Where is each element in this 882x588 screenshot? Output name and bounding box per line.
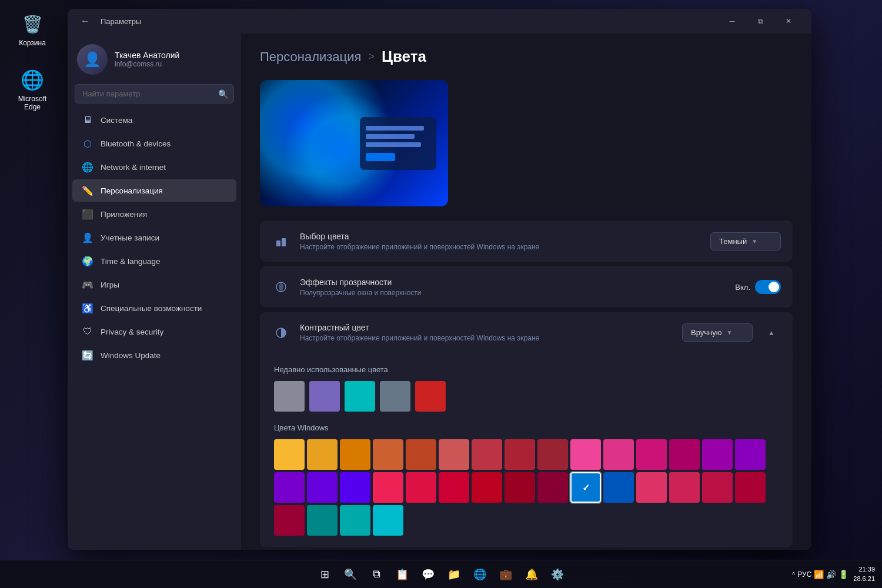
color-cell-32[interactable] xyxy=(340,505,370,536)
color-cell-24[interactable]: ✓ xyxy=(570,472,601,503)
taskbar-explorer[interactable]: 📁 xyxy=(443,563,465,586)
color-choice-desc: Настройте отображение приложений и повер… xyxy=(300,243,710,251)
recent-color-2[interactable] xyxy=(345,381,375,412)
color-cell-31[interactable] xyxy=(307,505,338,536)
taskbar-wifi-icon: 📶 xyxy=(814,570,824,579)
color-cell-25[interactable] xyxy=(603,472,634,503)
transparency-desc: Полупрозрачные окна и поверхности xyxy=(300,289,735,297)
minimize-button[interactable]: ─ xyxy=(719,12,746,31)
transparency-section: Эффекты прозрачности Полупрозрачные окна… xyxy=(260,266,793,308)
color-cell-23[interactable] xyxy=(537,472,568,503)
taskbar-store[interactable]: 💼 xyxy=(495,563,517,586)
color-cell-20[interactable] xyxy=(439,472,469,503)
hero-card-line-1 xyxy=(366,126,424,131)
color-cell-19[interactable] xyxy=(406,472,436,503)
desktop-icon-edge[interactable]: 🌐 Microsoft Edge xyxy=(9,65,56,114)
taskbar-language[interactable]: РУС xyxy=(797,570,811,579)
sidebar-item-apps[interactable]: ⬛ Приложения xyxy=(72,203,236,225)
windows-colors-grid: ✓ xyxy=(274,439,779,536)
gaming-icon: 🎮 xyxy=(82,279,93,290)
time-icon: 🌍 xyxy=(82,255,93,267)
taskbar-clock[interactable]: 21:39 28.6.21 xyxy=(853,565,875,583)
taskbar-notify[interactable]: 🔔 xyxy=(520,563,543,586)
color-cell-5[interactable] xyxy=(439,439,469,470)
color-cell-30[interactable] xyxy=(274,505,305,536)
breadcrumb-parent[interactable]: Персонализация xyxy=(260,49,361,65)
contrast-dropdown[interactable]: Вручную ▼ xyxy=(682,323,753,342)
transparency-toggle-label: Вкл. xyxy=(735,283,750,292)
taskbar-start[interactable]: ⊞ xyxy=(313,563,336,586)
color-cell-28[interactable] xyxy=(702,472,733,503)
color-cell-8[interactable] xyxy=(537,439,568,470)
color-cell-29[interactable] xyxy=(735,472,766,503)
sidebar-item-accounts[interactable]: 👤 Учетные записи xyxy=(72,226,236,249)
color-cell-21[interactable] xyxy=(472,472,502,503)
recent-color-4[interactable] xyxy=(415,381,446,412)
color-cell-9[interactable] xyxy=(570,439,601,470)
color-cell-10[interactable] xyxy=(603,439,634,470)
color-cell-7[interactable] xyxy=(505,439,535,470)
color-cell-2[interactable] xyxy=(340,439,370,470)
color-cell-4[interactable] xyxy=(406,439,436,470)
taskbar-search[interactable]: 🔍 xyxy=(339,563,362,586)
color-choice-text: Выбор цвета Настройте отображение прилож… xyxy=(300,232,710,251)
sidebar-item-bluetooth[interactable]: ⬡ Bluetooth & devices xyxy=(72,132,236,155)
color-cell-12[interactable] xyxy=(669,439,700,470)
color-cell-13[interactable] xyxy=(702,439,733,470)
hero-card-line-2 xyxy=(366,134,415,139)
color-cell-33[interactable] xyxy=(373,505,403,536)
color-cell-0[interactable] xyxy=(274,439,305,470)
transparency-toggle[interactable] xyxy=(755,280,781,294)
color-cell-1[interactable] xyxy=(307,439,338,470)
color-cell-22[interactable] xyxy=(505,472,535,503)
user-email: info@comss.ru xyxy=(115,60,232,68)
color-cell-15[interactable] xyxy=(274,472,305,503)
color-cell-17[interactable] xyxy=(340,472,370,503)
network-icon: 🌐 xyxy=(82,161,93,173)
taskbar-widgets[interactable]: 📋 xyxy=(391,563,413,586)
desktop-icon-recycle-bin[interactable]: 🗑️ Корзина xyxy=(9,9,56,50)
contrast-expand-button[interactable]: ▲ xyxy=(762,323,781,342)
color-cell-6[interactable] xyxy=(472,439,502,470)
recent-color-3[interactable] xyxy=(380,381,410,412)
avatar: 👤 xyxy=(77,44,108,75)
color-cell-18[interactable] xyxy=(373,472,403,503)
taskbar-settings[interactable]: ⚙️ xyxy=(546,563,569,586)
maximize-button[interactable]: ⧉ xyxy=(747,12,774,31)
settings-window: ← Параметры ─ ⧉ ✕ 👤 Ткачев Ана xyxy=(68,9,811,550)
taskbar-taskview[interactable]: ⧉ xyxy=(365,563,387,586)
color-choice-dropdown[interactable]: Темный ▼ xyxy=(710,232,781,250)
accounts-icon: 👤 xyxy=(82,232,93,243)
transparency-row: Эффекты прозрачности Полупрозрачные окна… xyxy=(260,266,793,308)
taskbar-tray-chevron[interactable]: ^ xyxy=(792,571,795,578)
sidebar-item-network[interactable]: 🌐 Network & internet xyxy=(72,156,236,178)
color-cell-16[interactable] xyxy=(307,472,338,503)
taskbar-edge[interactable]: 🌐 xyxy=(469,563,491,586)
color-cell-3[interactable] xyxy=(373,439,403,470)
color-cell-27[interactable] xyxy=(669,472,700,503)
bluetooth-icon: ⬡ xyxy=(82,138,93,149)
color-cell-14[interactable] xyxy=(735,439,766,470)
close-button[interactable]: ✕ xyxy=(775,12,802,31)
color-cell-26[interactable] xyxy=(636,472,667,503)
sidebar-item-accessibility[interactable]: ♿ Специальные возможности xyxy=(72,297,236,319)
sidebar-item-privacy[interactable]: 🛡 Privacy & security xyxy=(72,320,236,343)
search-input[interactable] xyxy=(75,84,234,103)
back-button[interactable]: ← xyxy=(77,13,93,29)
update-icon: 🔄 xyxy=(82,349,93,361)
color-cell-11[interactable] xyxy=(636,439,667,470)
sidebar-item-personalization[interactable]: ✏️ Персонализация xyxy=(72,179,236,202)
edge-icon: 🌐 xyxy=(20,68,45,92)
svg-rect-0 xyxy=(276,240,280,246)
sidebar-item-update[interactable]: 🔄 Windows Update xyxy=(72,344,236,366)
sidebar-item-gaming[interactable]: 🎮 Игры xyxy=(72,273,236,296)
taskbar-chat[interactable]: 💬 xyxy=(417,563,439,586)
sidebar-item-time[interactable]: 🌍 Time & language xyxy=(72,250,236,272)
recent-color-1[interactable] xyxy=(309,381,340,412)
sidebar-item-system[interactable]: 🖥 Система xyxy=(72,109,236,131)
title-bar-left: ← Параметры xyxy=(77,13,141,29)
sidebar: 👤 Ткачев Анатолий info@comss.ru 🔍 🖥 Сист… xyxy=(68,34,241,550)
user-profile[interactable]: 👤 Ткачев Анатолий info@comss.ru xyxy=(68,38,241,84)
recent-color-0[interactable] xyxy=(274,381,305,412)
privacy-icon: 🛡 xyxy=(82,326,93,338)
